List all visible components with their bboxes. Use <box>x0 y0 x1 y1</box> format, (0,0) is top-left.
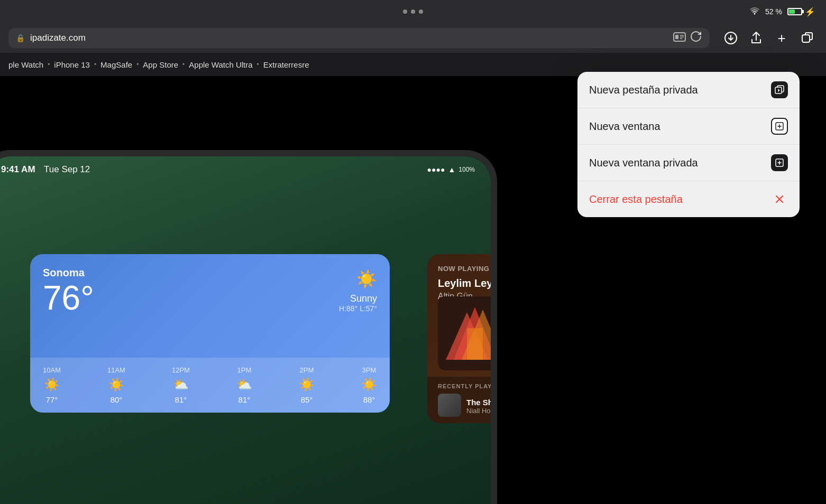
hour-label-4: 2PM <box>300 366 314 374</box>
menu-item-close-tab[interactable]: Cerrar esta pestaña <box>577 181 800 217</box>
charging-icon: ⚡ <box>805 7 815 17</box>
share-button[interactable] <box>746 27 767 49</box>
menu-item-close-tab-label: Cerrar esta pestaña <box>589 193 683 206</box>
menu-item-new-private-window[interactable]: Nueva ventana privada <box>577 145 800 181</box>
iphone-status-bar: 9:41 AM Tue Sep 12 ●●●● ▲ 100% <box>0 156 491 183</box>
iphone-time: 9:41 AM <box>1 164 35 174</box>
recently-played-label: RECENTLY PLAYED <box>438 383 491 389</box>
address-bar-actions <box>673 30 702 46</box>
iphone-status-icons: ●●●● ▲ 100% <box>427 165 475 174</box>
refresh-button[interactable] <box>690 30 702 46</box>
weather-hour-2: 12PM ⛅ 81° <box>172 366 190 404</box>
battery-indicator: ⚡ <box>787 7 815 17</box>
music-album-art <box>438 296 491 370</box>
hour-icon-4: ☀️ <box>299 377 315 392</box>
new-private-window-icon <box>771 154 788 171</box>
hour-label-1: 11AM <box>107 366 125 374</box>
hour-icon-2: ⛅ <box>173 377 189 392</box>
reader-button[interactable] <box>673 31 686 46</box>
weather-temp: 76° <box>43 281 377 315</box>
wifi-icon <box>749 6 760 17</box>
hour-temp-0: 77° <box>46 395 58 404</box>
hour-temp-4: 85° <box>301 395 313 404</box>
download-button[interactable] <box>720 27 741 49</box>
status-dot-3 <box>419 10 423 14</box>
weather-hour-5: 3PM ☀️ 88° <box>361 366 377 404</box>
tag-iphone13[interactable]: iPhone 13 <box>54 60 90 69</box>
tag-magsafe[interactable]: MagSafe <box>100 60 132 69</box>
svg-rect-6 <box>802 35 810 42</box>
weather-hour-0: 10AM ☀️ 77° <box>43 366 61 404</box>
menu-item-new-private-tab[interactable]: Nueva pestaña privada <box>577 72 800 108</box>
weather-sun-icon: ☀️ <box>356 269 377 288</box>
battery-fill <box>789 10 795 14</box>
hour-temp-5: 88° <box>363 395 375 404</box>
iphone-date: Tue Sep 12 <box>44 164 90 174</box>
hour-temp-2: 81° <box>175 395 187 404</box>
music-title: Leylim Ley <box>438 277 491 290</box>
new-private-tab-icon <box>771 81 788 98</box>
status-bar: 52 % ⚡ <box>0 0 826 23</box>
toolbar-buttons: + <box>720 27 818 49</box>
weather-high-low: H:88° L:57° <box>339 304 377 313</box>
iphone-screen: 9:41 AM Tue Sep 12 ●●●● ▲ 100% Sonoma 76… <box>0 156 491 504</box>
add-tab-button[interactable]: + <box>771 27 792 49</box>
weather-hourly: 10AM ☀️ 77° 11AM ☀️ 80° 12PM ⛅ 81° <box>30 358 390 413</box>
hour-label-3: 1PM <box>237 366 252 374</box>
menu-item-new-window[interactable]: Nueva ventana <box>577 108 800 145</box>
close-tab-icon <box>771 191 788 208</box>
tag-applewatchultra[interactable]: Apple Watch Ultra <box>189 60 252 69</box>
hour-icon-5: ☀️ <box>361 377 377 392</box>
hour-label-2: 12PM <box>172 366 190 374</box>
menu-item-new-private-window-label: Nueva ventana privada <box>589 157 698 169</box>
weather-city: Sonoma <box>43 267 377 279</box>
battery-icon <box>787 8 802 15</box>
address-bar-container: 🔒 ipadizate.com <box>0 23 826 53</box>
menu-item-new-window-label: Nueva ventana <box>589 120 660 133</box>
hour-temp-3: 81° <box>238 395 251 404</box>
svg-rect-11 <box>467 328 483 360</box>
status-dot-1 <box>403 10 407 14</box>
battery-percent: 52 % <box>765 7 782 16</box>
weather-hour-3: 1PM ⛅ 81° <box>236 366 252 404</box>
recently-track-artist: Niall Horan <box>466 407 491 415</box>
status-dots <box>403 10 423 14</box>
music-recently-played: RECENTLY PLAYED The Show Niall Horan <box>427 377 491 423</box>
tag-extraterresre[interactable]: Extraterresre <box>263 60 309 69</box>
lock-icon: 🔒 <box>16 34 25 42</box>
status-dot-2 <box>411 10 415 14</box>
weather-hour-1: 11AM ☀️ 80° <box>107 366 125 404</box>
weather-widget: Sonoma 76° ☀️ Sunny H:88° L:57° 10AM ☀️ <box>30 254 390 413</box>
weather-hour-4: 2PM ☀️ 85° <box>299 366 315 404</box>
recently-track-title: The Show <box>466 398 491 407</box>
hour-icon-1: ☀️ <box>108 377 124 392</box>
music-now-playing-label: NOW PLAYING <box>438 265 491 273</box>
hour-icon-3: ⛅ <box>236 377 252 392</box>
weather-condition-group: ☀️ Sunny H:88° L:57° <box>339 269 377 313</box>
dropdown-menu: Nueva pestaña privada Nueva ventana Nuev… <box>577 72 800 217</box>
hour-temp-1: 80° <box>111 395 123 404</box>
new-window-icon <box>771 118 788 135</box>
music-widget: NOW PLAYING Leylim Ley Altin Gün ⏸ Pause… <box>427 254 491 423</box>
tag-appstore[interactable]: App Store <box>143 60 178 69</box>
tabs-button[interactable] <box>796 27 818 49</box>
menu-item-new-private-tab-label: Nueva pestaña privada <box>589 84 698 96</box>
hour-label-5: 3PM <box>362 366 377 374</box>
svg-rect-1 <box>675 35 678 39</box>
tag-apple-watch[interactable]: ple Watch <box>8 60 43 69</box>
address-bar[interactable]: 🔒 ipadizate.com <box>8 28 710 48</box>
hour-label-0: 10AM <box>43 366 61 374</box>
weather-condition-text: Sunny <box>339 293 377 304</box>
url-text: ipadizate.com <box>30 33 667 43</box>
iphone-mockup: 9:41 AM Tue Sep 12 ●●●● ▲ 100% Sonoma 76… <box>0 150 497 504</box>
hour-icon-0: ☀️ <box>44 377 60 392</box>
iphone-time-group: 9:41 AM Tue Sep 12 <box>1 164 90 175</box>
